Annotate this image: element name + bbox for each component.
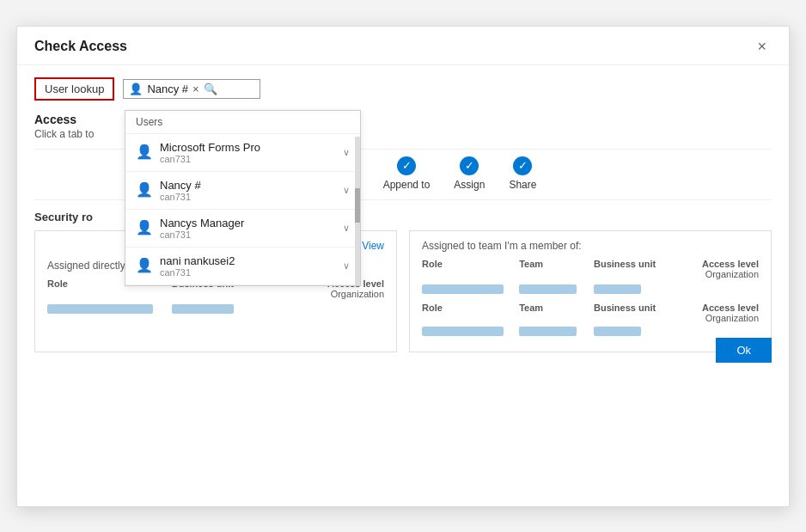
role-blurred-0 [47, 304, 153, 314]
lookup-search-button[interactable]: 🔍 [204, 83, 217, 95]
user-lookup-label: User lookup [34, 77, 114, 101]
dropdown-item-sub-2: can731 [160, 229, 244, 240]
user-avatar-icon-1: 👤 [136, 181, 153, 199]
right-team-blurred-0 [519, 284, 577, 294]
dropdown-item-3[interactable]: 👤 nani nankusei2 can731 ∨ [125, 248, 360, 285]
right-team-blurred-1 [519, 327, 577, 336]
append-to-check-icon: ✓ [397, 156, 416, 175]
privilege-assign-label: Assign [454, 179, 485, 191]
right-panel-header: Role Team Business unit Access level Org… [422, 259, 759, 279]
dialog-footer: Ok [716, 338, 772, 363]
lookup-clear-button[interactable]: × [192, 83, 199, 95]
dropdown-item-1[interactable]: 👤 Nancy # can731 ∨ [125, 172, 360, 210]
bu-blurred-0 [172, 304, 234, 314]
lookup-input-wrapper[interactable]: 👤 Nancy # × 🔍 [123, 79, 260, 99]
lookup-row: User lookup 👤 Nancy # × 🔍 Users 👤 Micros… [34, 77, 772, 101]
right-table-row-0 [422, 284, 759, 294]
dropdown-scrollbar[interactable] [355, 137, 360, 285]
user-avatar-icon-3: 👤 [136, 257, 153, 274]
dialog-title: Check Access [34, 39, 127, 54]
chevron-down-icon-2: ∨ [343, 223, 350, 234]
right-col-role: Role [422, 259, 512, 279]
check-access-dialog: Check Access × User lookup 👤 Nancy # × 🔍… [16, 26, 790, 507]
right-col-team-2: Team [519, 303, 587, 323]
dropdown-header: Users [125, 111, 360, 134]
chevron-down-icon-3: ∨ [343, 260, 350, 272]
right-table-row-2 [422, 327, 759, 336]
privilege-share: ✓ Share [509, 156, 536, 191]
close-button[interactable]: × [752, 37, 772, 56]
privilege-assign: ✓ Assign [454, 156, 485, 191]
chevron-down-icon-1: ∨ [343, 185, 350, 196]
share-check-icon: ✓ [513, 156, 532, 175]
dropdown-item-name-0: Microsoft Forms Pro [160, 141, 260, 154]
right-panel-table: Role Team Business unit Access level Org… [422, 259, 759, 336]
dropdown-item-sub-3: can731 [160, 267, 235, 278]
dropdown-item-name-1: Nancy # [160, 179, 201, 192]
user-dropdown: Users 👤 Microsoft Forms Pro can731 ∨ 👤 [125, 110, 361, 286]
right-col-access-2: Access level Organization [669, 303, 759, 323]
dialog-header: Check Access × [17, 27, 789, 65]
chevron-down-icon-0: ∨ [343, 147, 350, 158]
right-col-role-2: Role [422, 303, 512, 323]
dropdown-item-sub-1: can731 [160, 192, 201, 202]
right-role-blurred-1 [422, 327, 504, 336]
privilege-append-to-label: Append to [383, 179, 430, 191]
dropdown-item-name-2: Nancys Manager [160, 217, 244, 229]
right-panel: Assigned to team I'm a member of: Role T… [409, 230, 772, 352]
right-panel-assigned-label: Assigned to team I'm a member of: [422, 240, 759, 252]
privilege-share-label: Share [509, 179, 536, 191]
right-col-bu: Business unit [594, 259, 662, 279]
dropdown-item-name-3: nani nankusei2 [160, 254, 235, 267]
right-role-blurred-0 [422, 284, 504, 294]
right-bu-blurred-1 [594, 327, 641, 336]
scrollbar-thumb [355, 188, 360, 223]
user-avatar-icon-0: 👤 [136, 144, 153, 161]
lookup-value: Nancy # [147, 83, 188, 95]
assign-check-icon: ✓ [460, 156, 479, 175]
dropdown-item-sub-0: can731 [160, 154, 260, 164]
right-col-bu-2: Business unit [594, 303, 662, 323]
ok-button[interactable]: Ok [716, 338, 772, 363]
right-table-row-1: Role Team Business unit Access level Org… [422, 303, 759, 323]
privilege-append-to: ✓ Append to [383, 156, 430, 191]
dialog-body: User lookup 👤 Nancy # × 🔍 Users 👤 Micros… [17, 65, 789, 375]
right-col-access: Access level Organization [669, 259, 759, 279]
left-table-row-0 [47, 304, 384, 314]
dropdown-item-0[interactable]: 👤 Microsoft Forms Pro can731 ∨ [125, 134, 360, 172]
user-avatar-icon-2: 👤 [136, 219, 153, 236]
right-bu-blurred-0 [594, 284, 641, 294]
right-col-team: Team [519, 259, 587, 279]
dropdown-item-2[interactable]: 👤 Nancys Manager can731 ∨ [125, 210, 360, 248]
person-icon: 👤 [129, 83, 143, 95]
